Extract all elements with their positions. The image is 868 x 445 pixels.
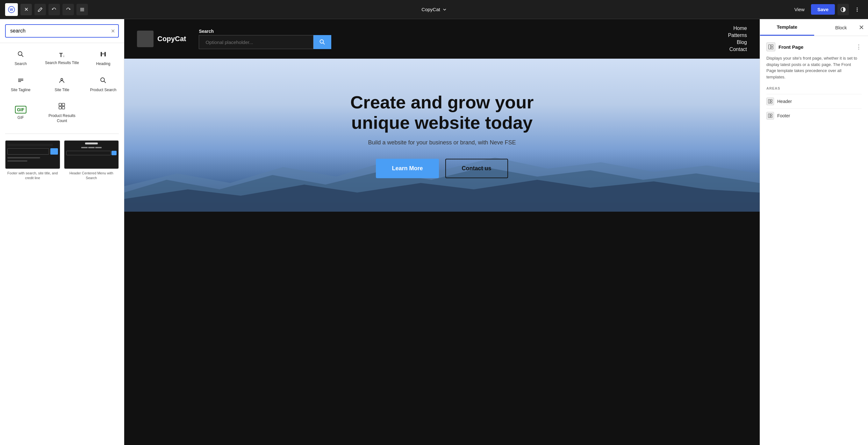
site-nav-links: Home Patterns Blog Contact bbox=[728, 26, 747, 52]
area-item-header[interactable]: Header bbox=[766, 94, 862, 108]
area-name-header: Header bbox=[777, 99, 792, 104]
redo-button[interactable] bbox=[62, 4, 74, 15]
sidebar-divider bbox=[5, 134, 119, 134]
site-search-label: Search bbox=[199, 29, 331, 34]
undo-button[interactable] bbox=[49, 4, 60, 15]
block-label-site-title: Site Title bbox=[55, 88, 69, 93]
template-description: Displays your site's front page, whether… bbox=[766, 55, 862, 80]
page-title-area: CopyCat bbox=[422, 7, 446, 12]
tab-template[interactable]: Template bbox=[760, 19, 814, 36]
block-item-heading[interactable]: Heading bbox=[83, 46, 124, 72]
svg-rect-21 bbox=[62, 103, 65, 106]
hero-buttons: Learn More Contact us bbox=[376, 159, 508, 178]
site-search-button[interactable] bbox=[313, 35, 331, 49]
pattern-item-header-centered[interactable]: Header Centered Menu with Search bbox=[64, 140, 119, 180]
footer-area-icon bbox=[766, 112, 774, 120]
nav-link-patterns[interactable]: Patterns bbox=[728, 32, 747, 38]
nav-link-blog[interactable]: Blog bbox=[737, 39, 747, 45]
right-sidebar-tabs: Template Block ✕ bbox=[760, 19, 868, 36]
site-search-input[interactable] bbox=[199, 35, 313, 49]
pattern-thumb-header bbox=[64, 140, 119, 169]
svg-rect-27 bbox=[771, 44, 773, 47]
left-sidebar: ✕ Search T↓ Search Results Title Heading bbox=[0, 19, 124, 445]
wp-logo-icon[interactable]: W bbox=[5, 3, 18, 16]
main-area: ✕ Search T↓ Search Results Title Heading bbox=[0, 19, 868, 445]
search-clear-button[interactable]: ✕ bbox=[111, 28, 115, 34]
site-search-row bbox=[199, 35, 331, 49]
svg-rect-31 bbox=[771, 102, 772, 103]
area-name-footer: Footer bbox=[777, 113, 790, 118]
block-search-input[interactable] bbox=[5, 24, 119, 38]
areas-label: AREAS bbox=[766, 86, 862, 90]
block-item-site-tagline[interactable]: Site Tagline bbox=[0, 72, 41, 98]
pattern-label-header-centered: Header Centered Menu with Search bbox=[64, 171, 119, 180]
pen-tool-button[interactable] bbox=[34, 4, 46, 15]
right-sidebar-content: Front Page ⋮ Displays your site's front … bbox=[760, 36, 868, 445]
site-logo-area: CopyCat bbox=[137, 31, 186, 47]
block-label-product-search: Product Search bbox=[90, 88, 117, 93]
site-title-icon bbox=[58, 77, 65, 86]
site-tagline-icon bbox=[17, 77, 24, 86]
svg-rect-33 bbox=[771, 114, 772, 115]
product-search-icon bbox=[100, 77, 107, 86]
area-item-footer[interactable]: Footer bbox=[766, 108, 862, 123]
svg-point-18 bbox=[101, 78, 104, 82]
block-item-product-search[interactable]: Product Search bbox=[83, 72, 124, 98]
svg-rect-28 bbox=[771, 47, 773, 49]
template-more-options-button[interactable]: ⋮ bbox=[856, 43, 862, 50]
pattern-item-footer-search[interactable]: Footer with search, site title, and cred… bbox=[5, 140, 60, 180]
svg-rect-13 bbox=[102, 54, 104, 54]
template-title: Front Page bbox=[778, 44, 803, 50]
pattern-grid: Footer with search, site title, and cred… bbox=[0, 137, 124, 184]
svg-point-6 bbox=[857, 7, 858, 8]
svg-line-10 bbox=[21, 55, 23, 57]
site-wrapper: CopyCat Search Home Patterns Blog Co bbox=[124, 19, 760, 445]
svg-line-25 bbox=[323, 43, 325, 44]
mountain-svg bbox=[124, 148, 760, 212]
pattern-thumb-footer bbox=[5, 140, 60, 169]
nav-link-home[interactable]: Home bbox=[733, 26, 747, 31]
save-button[interactable]: Save bbox=[811, 4, 835, 14]
canvas-area: CopyCat Search Home Patterns Blog Co bbox=[124, 19, 760, 445]
hero-title: Create and grow your unique website toda… bbox=[331, 92, 554, 133]
view-button[interactable]: View bbox=[790, 5, 808, 14]
contrast-button[interactable] bbox=[837, 4, 849, 15]
list-view-button[interactable] bbox=[76, 4, 88, 15]
block-item-product-results-count[interactable]: Product Results Count bbox=[41, 97, 83, 128]
svg-rect-30 bbox=[771, 99, 772, 101]
learn-more-button[interactable]: Learn More bbox=[376, 159, 439, 178]
block-item-search-results-title[interactable]: T↓ Search Results Title bbox=[41, 46, 83, 72]
more-options-button[interactable] bbox=[851, 4, 863, 15]
svg-text:W: W bbox=[10, 8, 13, 11]
pattern-label-footer-search: Footer with search, site title, and cred… bbox=[5, 171, 60, 180]
svg-rect-12 bbox=[104, 52, 106, 56]
svg-point-24 bbox=[320, 40, 323, 43]
site-logo-box bbox=[137, 31, 154, 47]
page-title: CopyCat bbox=[422, 7, 440, 12]
block-item-gif[interactable]: GIF GIF bbox=[0, 97, 41, 128]
svg-rect-23 bbox=[62, 107, 65, 109]
block-grid: Search T↓ Search Results Title Heading S… bbox=[0, 43, 124, 131]
svg-line-19 bbox=[104, 81, 106, 83]
svg-rect-32 bbox=[768, 114, 770, 118]
close-button[interactable]: ✕ bbox=[21, 4, 32, 15]
contact-us-button[interactable]: Contact us bbox=[445, 159, 508, 178]
svg-rect-22 bbox=[59, 107, 61, 109]
block-search-area: ✕ bbox=[0, 19, 124, 43]
svg-rect-29 bbox=[768, 99, 770, 103]
nav-link-contact[interactable]: Contact bbox=[730, 47, 747, 52]
hero-section: Create and grow your unique website toda… bbox=[124, 59, 760, 212]
block-item-site-title[interactable]: Site Title bbox=[41, 72, 83, 98]
svg-rect-11 bbox=[101, 52, 102, 56]
right-sidebar-close-button[interactable]: ✕ bbox=[859, 24, 864, 31]
svg-point-9 bbox=[18, 52, 22, 56]
block-item-search[interactable]: Search bbox=[0, 46, 41, 72]
heading-icon bbox=[100, 51, 107, 60]
block-label-search-results-title: Search Results Title bbox=[45, 61, 79, 66]
svg-rect-20 bbox=[59, 103, 61, 106]
template-icon bbox=[766, 42, 775, 51]
block-label-site-tagline: Site Tagline bbox=[11, 88, 31, 93]
block-label-product-results-count: Product Results Count bbox=[44, 114, 80, 123]
site-logo-name: CopyCat bbox=[157, 35, 186, 43]
svg-point-17 bbox=[61, 79, 63, 80]
